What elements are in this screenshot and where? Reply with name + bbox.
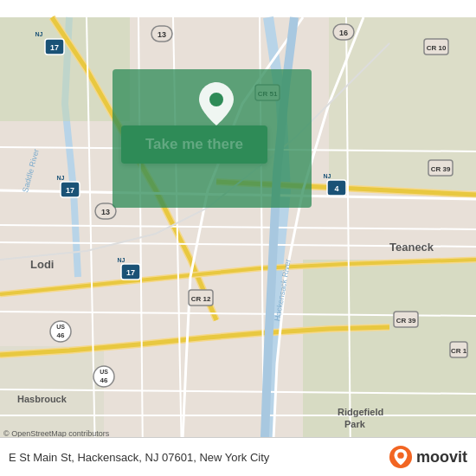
svg-text:CR 39: CR 39 [431, 165, 451, 173]
svg-text:13: 13 [158, 30, 166, 39]
svg-text:CR 1: CR 1 [451, 347, 467, 355]
svg-text:46: 46 [100, 376, 108, 384]
svg-text:NJ: NJ [324, 173, 331, 179]
svg-point-62 [397, 452, 403, 458]
svg-text:US: US [56, 324, 65, 330]
svg-text:17: 17 [66, 186, 74, 195]
moovit-logo-icon [389, 445, 413, 469]
svg-text:16: 16 [339, 29, 348, 37]
svg-text:CR 12: CR 12 [191, 295, 211, 303]
svg-text:Lodi: Lodi [30, 258, 54, 271]
svg-text:NJ: NJ [57, 175, 65, 181]
svg-text:46: 46 [57, 331, 65, 339]
moovit-logo: moovit [389, 445, 467, 469]
svg-text:4: 4 [334, 184, 338, 193]
svg-text:17: 17 [126, 268, 135, 277]
svg-text:Hasbrouck: Hasbrouck [17, 394, 68, 404]
svg-rect-4 [329, 17, 476, 190]
location-pin [199, 82, 234, 129]
moovit-text: moovit [416, 448, 467, 466]
svg-text:NJ: NJ [35, 31, 43, 37]
svg-text:CR 39: CR 39 [396, 317, 416, 325]
bottom-bar: E St Main St, Hackensack, NJ 07601, New … [0, 437, 476, 476]
svg-text:CR 10: CR 10 [427, 44, 447, 52]
svg-text:17: 17 [50, 43, 59, 52]
address-text: E St Main St, Hackensack, NJ 07601, New … [9, 451, 389, 464]
svg-text:13: 13 [101, 208, 110, 216]
map-container: 17 NJ 17 NJ 17 NJ 13 13 CR 51 16 CR 10 4… [0, 0, 476, 476]
svg-text:Park: Park [344, 419, 366, 429]
svg-text:NJ: NJ [118, 257, 125, 263]
svg-text:Ridgefield: Ridgefield [338, 407, 383, 417]
svg-text:US: US [100, 369, 108, 375]
svg-text:Teaneck: Teaneck [389, 241, 434, 254]
svg-point-60 [209, 93, 223, 106]
svg-rect-2 [303, 260, 476, 459]
